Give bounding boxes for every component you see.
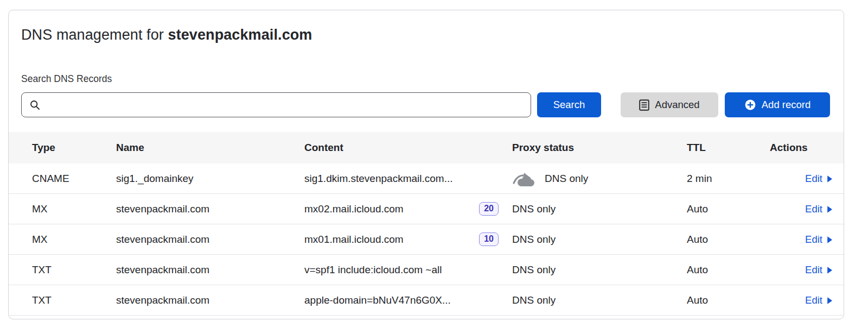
dns-card: DNS management for stevenpackmail.com Se… (8, 10, 844, 319)
proxy-status-text: DNS only (512, 264, 556, 276)
record-content: mx02.mail.icloud.com (304, 203, 404, 215)
edit-button[interactable]: Edit (805, 173, 833, 185)
record-content: apple-domain=bNuV47n6G0X... (304, 294, 451, 306)
header-content: Content (296, 142, 505, 154)
edit-button-label: Edit (805, 294, 822, 306)
dns-record-row: TXT stevenpackmail.com v=spf1 include:ic… (9, 255, 844, 285)
dns-records-table: Type Name Content Proxy status TTL Actio… (9, 132, 844, 316)
edit-button-label: Edit (805, 264, 822, 276)
record-name: stevenpackmail.com (107, 264, 296, 276)
dns-record-row: MX stevenpackmail.com mx01.mail.icloud.c… (9, 224, 844, 255)
triangle-right-icon (827, 174, 833, 183)
record-type: TXT (9, 294, 107, 306)
search-button-label: Search (553, 100, 585, 110)
page-title: DNS management for stevenpackmail.com (21, 26, 830, 44)
mx-priority-badge: 20 (479, 202, 499, 216)
record-content-cell: mx01.mail.icloud.com 10 (296, 232, 505, 246)
edit-button-label: Edit (805, 234, 822, 246)
edit-button[interactable]: Edit (805, 264, 833, 276)
page-title-domain: stevenpackmail.com (168, 27, 312, 43)
record-type: MX (9, 203, 107, 215)
record-type: CNAME (9, 173, 107, 185)
edit-button-label: Edit (805, 203, 822, 215)
record-type: TXT (9, 264, 107, 276)
record-proxy-status-cell: DNS only (505, 264, 679, 276)
header-ttl: TTL (679, 142, 763, 154)
proxy-status-text: DNS only (512, 294, 556, 306)
record-actions-cell: Edit (763, 203, 844, 215)
record-content-cell: apple-domain=bNuV47n6G0X... (296, 294, 505, 306)
triangle-right-icon (827, 266, 833, 274)
search-input[interactable] (46, 93, 523, 117)
record-name: stevenpackmail.com (107, 294, 296, 306)
dns-record-row: CNAME sig1._domainkey sig1.dkim.stevenpa… (9, 163, 844, 194)
record-ttl: Auto (679, 294, 763, 306)
record-ttl: 2 min (679, 173, 763, 185)
search-label: Search DNS Records (21, 73, 830, 85)
record-content-cell: v=spf1 include:icloud.com ~all (296, 264, 505, 276)
record-proxy-status-cell: DNS only (505, 203, 679, 215)
search-icon (29, 99, 41, 111)
plus-circle-icon (744, 99, 756, 111)
add-record-button[interactable]: Add record (725, 92, 830, 117)
edit-button[interactable]: Edit (805, 294, 833, 306)
triangle-right-icon (827, 296, 833, 305)
triangle-right-icon (827, 205, 833, 213)
dns-only-cloud-icon (512, 170, 537, 187)
dns-management-screen: DNS management for stevenpackmail.com Se… (0, 0, 868, 327)
proxy-status-text: DNS only (545, 173, 588, 185)
page-title-prefix: DNS management for (21, 27, 168, 43)
table-body: CNAME sig1._domainkey sig1.dkim.stevenpa… (9, 163, 844, 316)
record-proxy-status-cell: DNS only (505, 170, 679, 187)
header-proxy-status: Proxy status (505, 142, 679, 154)
record-content-cell: sig1.dkim.stevenpackmail.com... (296, 173, 505, 185)
proxy-status-text: DNS only (512, 234, 556, 246)
mx-priority-badge: 10 (479, 232, 499, 246)
header-actions: Actions (763, 142, 844, 154)
record-content-cell: mx02.mail.icloud.com 20 (296, 202, 505, 216)
record-ttl: Auto (679, 264, 763, 276)
header-name: Name (107, 142, 296, 154)
record-name: stevenpackmail.com (107, 234, 296, 246)
record-actions-cell: Edit (763, 294, 844, 306)
search-button[interactable]: Search (537, 92, 601, 117)
add-record-button-label: Add record (762, 100, 811, 110)
controls-row: Search Advanced (21, 92, 830, 117)
record-content: v=spf1 include:icloud.com ~all (304, 264, 442, 276)
record-content: sig1.dkim.stevenpackmail.com... (304, 173, 453, 185)
record-proxy-status-cell: DNS only (505, 294, 679, 306)
document-list-icon (639, 99, 649, 111)
table-header-row: Type Name Content Proxy status TTL Actio… (9, 132, 844, 163)
dns-record-row: MX stevenpackmail.com mx02.mail.icloud.c… (9, 194, 844, 224)
record-ttl: Auto (679, 203, 763, 215)
triangle-right-icon (827, 235, 833, 244)
edit-button[interactable]: Edit (805, 234, 833, 246)
record-ttl: Auto (679, 234, 763, 246)
top-section: DNS management for stevenpackmail.com Se… (9, 10, 844, 117)
record-content: mx01.mail.icloud.com (304, 234, 404, 246)
record-actions-cell: Edit (763, 173, 844, 185)
search-box[interactable] (21, 92, 531, 117)
advanced-button[interactable]: Advanced (621, 92, 718, 117)
record-actions-cell: Edit (763, 234, 844, 246)
record-proxy-status-cell: DNS only (505, 234, 679, 246)
edit-button-label: Edit (805, 173, 822, 185)
edit-button[interactable]: Edit (805, 203, 833, 215)
record-name: stevenpackmail.com (107, 203, 296, 215)
header-type: Type (9, 142, 107, 154)
advanced-button-label: Advanced (655, 100, 699, 110)
record-type: MX (9, 234, 107, 246)
record-name: sig1._domainkey (107, 173, 296, 185)
proxy-status-text: DNS only (512, 203, 556, 215)
dns-record-row: TXT stevenpackmail.com apple-domain=bNuV… (9, 285, 844, 316)
record-actions-cell: Edit (763, 264, 844, 276)
